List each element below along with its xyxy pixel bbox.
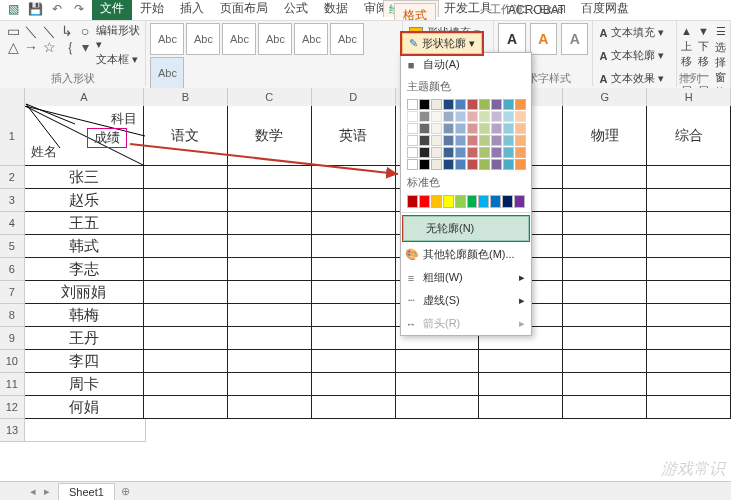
undo-icon[interactable]: ↶ — [48, 0, 66, 18]
col-head[interactable]: C — [228, 88, 312, 107]
tab-data[interactable]: 数据 — [316, 0, 356, 20]
theme-swatch[interactable] — [443, 159, 454, 170]
tab-layout[interactable]: 页面布局 — [212, 0, 276, 20]
data-cell[interactable] — [563, 327, 647, 350]
theme-swatch[interactable] — [443, 147, 454, 158]
theme-swatch[interactable] — [503, 111, 514, 122]
style-preset[interactable]: Abc — [186, 23, 220, 55]
edit-shape-button[interactable]: 编辑形状 ▾ — [96, 23, 141, 51]
data-cell[interactable] — [228, 235, 312, 258]
std-swatch[interactable] — [431, 195, 442, 208]
text-fill-button[interactable]: A文本填充 ▾ — [597, 24, 672, 41]
theme-swatch[interactable] — [467, 99, 478, 110]
data-cell[interactable] — [647, 327, 731, 350]
data-cell[interactable] — [563, 350, 647, 373]
row-head[interactable]: 1 — [0, 106, 25, 166]
name-cell[interactable]: 刘丽娟 — [25, 281, 144, 304]
data-cell[interactable] — [647, 189, 731, 212]
name-cell[interactable]: 李志 — [25, 258, 144, 281]
theme-swatch[interactable] — [491, 111, 502, 122]
theme-swatch[interactable] — [479, 99, 490, 110]
wordart-preset[interactable]: A — [561, 23, 588, 55]
row-head[interactable]: 12 — [0, 396, 25, 419]
std-swatch[interactable] — [443, 195, 454, 208]
data-cell[interactable] — [647, 166, 731, 189]
theme-swatch[interactable] — [467, 123, 478, 134]
data-cell[interactable] — [144, 258, 228, 281]
dd-arrows[interactable]: ↔箭头(R)▸ — [401, 312, 531, 335]
style-preset[interactable]: Abc — [330, 23, 364, 55]
data-cell[interactable] — [228, 258, 312, 281]
row-head[interactable]: 2 — [0, 166, 25, 189]
theme-swatch[interactable] — [515, 135, 526, 146]
name-cell[interactable]: 韩式 — [25, 235, 144, 258]
theme-swatch[interactable] — [419, 147, 430, 158]
theme-swatch[interactable] — [467, 147, 478, 158]
theme-color-grid[interactable] — [401, 97, 531, 172]
data-cell[interactable] — [647, 396, 731, 419]
theme-swatch[interactable] — [443, 111, 454, 122]
dd-more-colors[interactable]: 🎨其他轮廓颜色(M)... — [401, 243, 531, 266]
std-swatch[interactable] — [407, 195, 418, 208]
shape-line2-icon[interactable]: ＼ — [40, 23, 58, 39]
theme-swatch[interactable] — [443, 123, 454, 134]
data-cell[interactable] — [228, 166, 312, 189]
data-cell[interactable] — [563, 235, 647, 258]
theme-swatch[interactable] — [419, 99, 430, 110]
data-cell[interactable] — [563, 373, 647, 396]
name-cell[interactable]: 王五 — [25, 212, 144, 235]
shape-star-icon[interactable]: ☆ — [40, 39, 58, 55]
shape-more-icon[interactable]: ▾ — [76, 39, 94, 55]
shape-arrow-icon[interactable]: → — [22, 39, 40, 55]
shape-rect-icon[interactable]: ▭ — [4, 23, 22, 39]
shape-brace-icon[interactable]: ｛ — [58, 39, 76, 55]
nav-prev-icon[interactable]: ◂ — [30, 485, 36, 498]
data-cell[interactable] — [228, 373, 312, 396]
data-cell[interactable] — [144, 304, 228, 327]
theme-swatch[interactable] — [419, 159, 430, 170]
name-cell[interactable]: 赵乐 — [25, 189, 144, 212]
col-head[interactable]: D — [312, 88, 396, 107]
col-head[interactable]: B — [144, 88, 228, 107]
std-swatch[interactable] — [490, 195, 501, 208]
data-cell[interactable] — [312, 281, 396, 304]
dd-no-outline[interactable]: 无轮廓(N) — [403, 216, 529, 241]
data-cell[interactable] — [647, 235, 731, 258]
text-outline-button[interactable]: A文本轮廓 ▾ — [597, 47, 672, 64]
name-cell[interactable]: 李四 — [25, 350, 144, 373]
theme-swatch[interactable] — [479, 111, 490, 122]
data-cell[interactable] — [312, 258, 396, 281]
theme-swatch[interactable] — [515, 99, 526, 110]
data-cell[interactable] — [563, 396, 647, 419]
data-cell[interactable] — [312, 235, 396, 258]
std-swatch[interactable] — [467, 195, 478, 208]
data-cell[interactable] — [647, 373, 731, 396]
theme-swatch[interactable] — [479, 123, 490, 134]
data-cell[interactable] — [228, 281, 312, 304]
select-all-corner[interactable] — [0, 88, 25, 107]
dd-weight[interactable]: ≡粗细(W)▸ — [401, 266, 531, 289]
tab-start[interactable]: 开始 — [132, 0, 172, 20]
theme-swatch[interactable] — [455, 147, 466, 158]
shape-gallery[interactable]: ▭＼＼↳○ △→☆｛▾ — [4, 23, 94, 67]
subject-cell[interactable]: 物理 — [563, 106, 647, 166]
theme-swatch[interactable] — [455, 135, 466, 146]
std-swatch[interactable] — [502, 195, 513, 208]
theme-swatch[interactable] — [455, 159, 466, 170]
subject-cell[interactable]: 综合 — [647, 106, 731, 166]
data-cell[interactable] — [563, 258, 647, 281]
data-cell[interactable] — [647, 212, 731, 235]
theme-swatch[interactable] — [491, 147, 502, 158]
data-cell[interactable] — [312, 327, 396, 350]
data-cell[interactable] — [396, 373, 480, 396]
data-cell[interactable] — [228, 327, 312, 350]
theme-swatch[interactable] — [491, 99, 502, 110]
sheet-tab[interactable]: Sheet1 — [58, 483, 115, 500]
data-cell[interactable] — [479, 396, 563, 419]
theme-swatch[interactable] — [491, 135, 502, 146]
theme-swatch[interactable] — [503, 99, 514, 110]
data-cell[interactable] — [647, 281, 731, 304]
theme-swatch[interactable] — [455, 99, 466, 110]
nav-next-icon[interactable]: ▸ — [44, 485, 50, 498]
data-cell[interactable] — [312, 373, 396, 396]
